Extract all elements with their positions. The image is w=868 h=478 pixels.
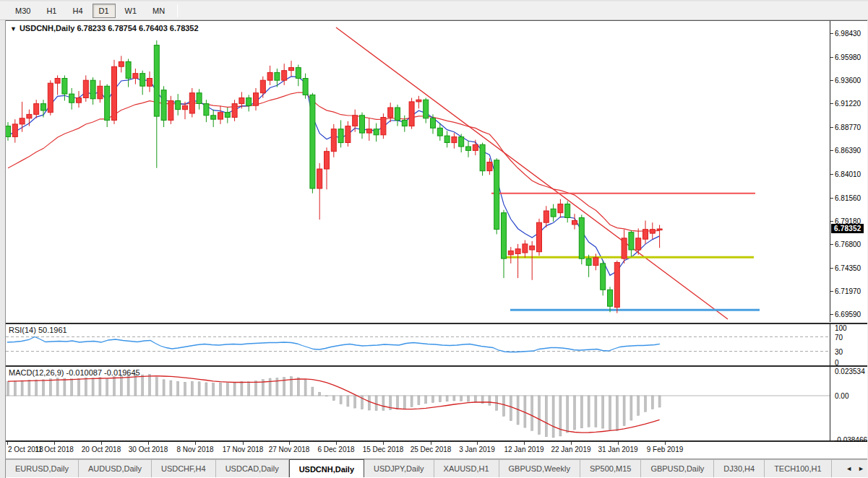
rsi-axis: 10070300 [830, 324, 867, 365]
price-tick [830, 150, 833, 151]
date-tick [383, 442, 384, 445]
tab-usdcad-daily[interactable]: USDCAD,Daily [216, 460, 289, 477]
macd-signal-line [8, 376, 660, 433]
chart-title: ▼USDCNH,Daily 6.78233 6.78754 6.76403 6.… [10, 24, 199, 32]
trading-terminal: M30H1H4D1W1MN ▼USDCNH,Daily 6.78233 6.78… [0, 0, 868, 478]
date-tick [336, 442, 337, 445]
price-axis-label: 6.71970 [835, 287, 861, 295]
rsi-chart [6, 324, 830, 365]
price-axis: 6.78352 6.984306.959806.936006.912206.88… [830, 21, 867, 322]
ohlc-values: 6.78233 6.78754 6.76403 6.78352 [77, 24, 198, 32]
tab-usdjpy-daily[interactable]: USDJPY,Daily [364, 460, 434, 477]
macd-label: MACD(12,26,9) -0.010087 -0.019645 [9, 368, 140, 377]
rsi-axis-label: 30 [835, 348, 843, 356]
workspace: ▼USDCNH,Daily 6.78233 6.78754 6.76403 6.… [0, 20, 868, 478]
tab-dj30-h4[interactable]: DJ30,H4 [714, 460, 765, 477]
price-axis-label: 6.98430 [835, 30, 861, 38]
candlestick-series [6, 40, 662, 313]
price-tick [830, 174, 833, 175]
chart-window: ▼USDCNH,Daily 6.78233 6.78754 6.76403 6.… [6, 20, 867, 478]
timeframe-button-h1[interactable]: H1 [40, 4, 63, 18]
macd-axis: 0.0235340.00-0.038466 [830, 367, 867, 440]
tab-audusd-daily[interactable]: AUDUSD,Daily [79, 460, 152, 477]
price-axis-label: 6.93600 [835, 77, 861, 84]
date-axis: 2 Oct 201811 Oct 201820 Oct 201830 Oct 2… [6, 442, 867, 459]
timeframe-toolbar: M30H1H4D1W1MN [0, 0, 868, 20]
date-tick [524, 442, 525, 445]
timeframe-button-w1[interactable]: W1 [119, 4, 144, 18]
macd-axis-label: 0.023534 [835, 368, 865, 375]
price-axis-label: 6.84010 [835, 170, 861, 178]
timeframe-button-d1[interactable]: D1 [93, 4, 116, 18]
left-gutter [0, 20, 6, 478]
date-tick [665, 442, 666, 445]
date-tick [148, 442, 149, 445]
price-tick [830, 244, 833, 245]
tab-sp500-m15[interactable]: SP500,M15 [580, 460, 641, 477]
date-axis-label: 27 Nov 2018 [269, 446, 310, 453]
date-tick [431, 442, 431, 445]
price-tick [830, 103, 833, 104]
date-tick [571, 442, 572, 445]
timeframe-button-m30[interactable]: M30 [9, 4, 37, 18]
date-axis-label: 30 Oct 2018 [129, 446, 168, 453]
date-tick [243, 442, 244, 445]
tab-usdchf-h4[interactable]: USDCHF,H4 [152, 460, 216, 477]
tab-tech100-h1[interactable]: TECH100,H1 [765, 460, 831, 477]
price-tick [830, 33, 833, 34]
macd-histogram [7, 374, 661, 438]
tab-eurusd-daily[interactable]: EURUSD,Daily [6, 460, 79, 477]
macd-plot[interactable]: MACD(12,26,9) -0.010087 -0.019645 [6, 367, 830, 440]
date-tick [618, 442, 619, 445]
tab-gbpusd-daily[interactable]: GBPUSD,Daily [641, 460, 714, 477]
rsi-line [7, 337, 660, 352]
tab-usdcnh-daily[interactable]: USDCNH,Daily [289, 459, 364, 477]
date-axis-label: 15 Dec 2018 [363, 446, 404, 453]
date-axis-label: 20 Oct 2018 [82, 446, 121, 453]
date-axis-label: 17 Nov 2018 [223, 446, 264, 453]
date-axis-label: 3 Jan 2019 [459, 446, 495, 453]
price-tick [830, 268, 833, 269]
toolbar-separator [177, 4, 178, 17]
timeframe-button-h4[interactable]: H4 [66, 4, 89, 18]
price-chart-plot[interactable]: ▼USDCNH,Daily 6.78233 6.78754 6.76403 6.… [6, 21, 830, 322]
date-axis-label: 25 Dec 2018 [411, 446, 452, 453]
main-chart-panel: ▼USDCNH,Daily 6.78233 6.78754 6.76403 6.… [6, 21, 867, 324]
date-axis-label: 12 Jan 2019 [504, 446, 543, 453]
price-tick [830, 291, 833, 292]
price-axis-label: 6.81560 [835, 194, 861, 202]
tab-scroll-left-icon[interactable]: ◄ [846, 465, 852, 472]
price-axis-label: 6.76800 [835, 240, 861, 248]
timeframe-button-mn[interactable]: MN [146, 4, 171, 18]
chart-tabs-bar: EURUSD,DailyAUDUSD,DailyUSDCHF,H4USDCAD,… [6, 459, 867, 477]
symbol-menu-icon[interactable]: ▼ [10, 25, 17, 32]
tab-scroll-arrows: ◄ ► [846, 460, 864, 477]
date-tick [101, 442, 102, 445]
price-tick [830, 221, 833, 222]
tab-gbpusd-weekly[interactable]: GBPUSD,Weekly [499, 460, 580, 477]
price-axis-label: 6.91220 [835, 100, 861, 108]
price-tick [830, 127, 833, 128]
tab-scroll-right-icon[interactable]: ► [858, 465, 864, 472]
rsi-plot[interactable]: RSI(14) 50.1961 [6, 324, 830, 365]
macd-chart [6, 367, 830, 440]
price-tick [830, 80, 833, 81]
date-axis-label: 8 Nov 2018 [176, 446, 213, 453]
date-tick [289, 442, 290, 445]
macd-panel: MACD(12,26,9) -0.010087 -0.019645 0.0235… [6, 367, 867, 442]
date-axis-label: 31 Jan 2019 [598, 446, 637, 453]
rsi-axis-label: 0 [835, 359, 839, 367]
date-tick [54, 442, 55, 445]
date-axis-label: 6 Dec 2018 [317, 446, 354, 453]
tab-xauusd-h1[interactable]: XAUUSD,H1 [434, 460, 499, 477]
date-tick [195, 442, 196, 445]
symbol-label: USDCNH,Daily [20, 24, 74, 32]
price-tick [830, 198, 833, 199]
macd-axis-label: 0.00 [835, 392, 848, 400]
rsi-axis-label: 100 [835, 324, 847, 332]
price-tick [830, 314, 833, 315]
date-axis-label: 11 Oct 2018 [35, 446, 74, 453]
price-axis-label: 6.79180 [835, 217, 861, 225]
date-axis-label: 9 Feb 2019 [647, 446, 684, 453]
price-tick [830, 57, 833, 58]
